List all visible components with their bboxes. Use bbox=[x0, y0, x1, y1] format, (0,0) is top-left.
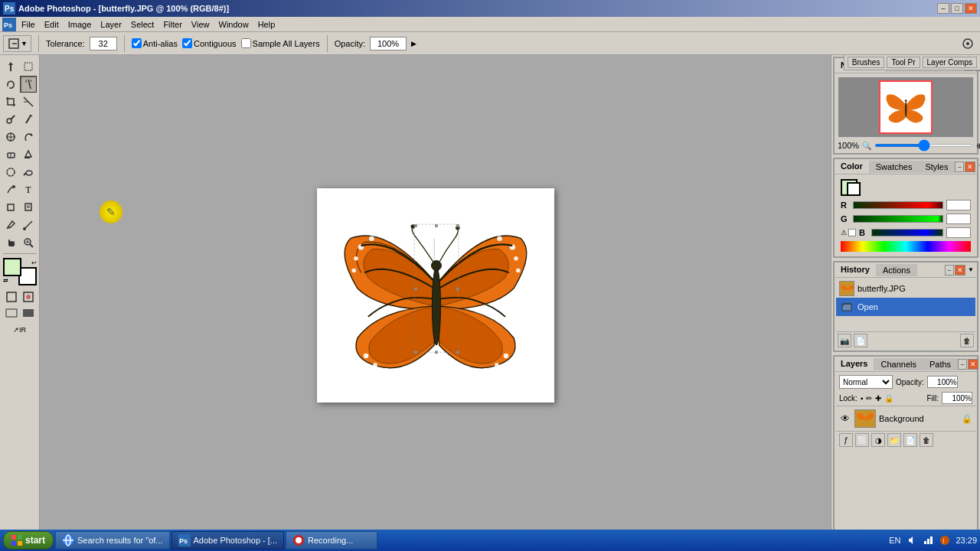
new-snapshot-btn[interactable]: 📷 bbox=[838, 334, 851, 347]
history-item-open[interactable]: Open bbox=[836, 298, 975, 316]
menu-window[interactable]: Window bbox=[214, 18, 253, 31]
color-expand-btn[interactable]: ▼ bbox=[976, 162, 980, 171]
minimize-button[interactable]: – bbox=[937, 3, 949, 14]
color-spectrum-bar[interactable] bbox=[841, 241, 971, 252]
navigator-zoom-slider[interactable] bbox=[874, 144, 973, 147]
systray-network-icon[interactable] bbox=[922, 534, 934, 546]
foreground-color-swatch[interactable] bbox=[3, 258, 21, 276]
layer-comps-panel-btn[interactable]: Layer Comps bbox=[923, 57, 977, 68]
taskbar-item-photoshop[interactable]: Ps Adobe Photoshop - [... bbox=[172, 531, 284, 549]
new-layer-btn[interactable]: 📄 bbox=[903, 433, 917, 447]
tool-select-btn[interactable]: ▼ bbox=[3, 35, 31, 52]
zoom-in-icon[interactable]: ⊕ bbox=[976, 142, 980, 150]
history-expand-btn[interactable]: ▼ bbox=[966, 266, 975, 275]
close-button[interactable]: ✕ bbox=[965, 3, 977, 14]
systray-volume-icon[interactable] bbox=[905, 534, 917, 546]
blur-tool[interactable] bbox=[2, 164, 19, 181]
menu-help[interactable]: Help bbox=[253, 18, 280, 31]
opacity-dropdown[interactable]: ▶ bbox=[411, 40, 416, 47]
new-doc-from-state-btn[interactable]: 📄 bbox=[854, 334, 867, 347]
menu-layer[interactable]: Layer bbox=[96, 18, 126, 31]
layers-opacity-input[interactable] bbox=[927, 376, 958, 388]
canvas-area[interactable]: ✎ bbox=[40, 55, 831, 536]
tab-styles[interactable]: Styles bbox=[919, 161, 955, 173]
airbrush-toggle[interactable] bbox=[959, 35, 977, 52]
contiguous-checkbox[interactable]: Contiguous bbox=[182, 38, 237, 48]
delete-state-btn[interactable]: 🗑 bbox=[960, 334, 974, 347]
taskbar-item-ie[interactable]: Search results for "of... bbox=[55, 531, 170, 549]
b-value-input[interactable]: 195 bbox=[946, 227, 971, 238]
b-slider[interactable] bbox=[872, 231, 942, 237]
systray-security-icon[interactable]: ! bbox=[939, 534, 951, 546]
lock-all-icon[interactable]: 🔒 bbox=[884, 394, 893, 403]
layers-close-btn[interactable]: ✕ bbox=[968, 359, 978, 370]
quickmask-btn[interactable] bbox=[21, 289, 36, 305]
history-item-butterfly[interactable]: butterfly.JPG bbox=[836, 279, 975, 298]
marquee-tool[interactable] bbox=[20, 58, 37, 75]
hand-tool[interactable] bbox=[2, 234, 19, 251]
layer-visibility-eye[interactable]: 👁 bbox=[839, 412, 851, 425]
lock-image-icon[interactable]: ✏ bbox=[866, 394, 872, 403]
blend-mode-select[interactable]: Normal bbox=[839, 375, 893, 389]
lock-transparent-icon[interactable]: ▪ bbox=[861, 394, 864, 403]
swap-colors-icon[interactable]: ⇄ bbox=[3, 277, 8, 284]
lasso-tool[interactable] bbox=[2, 76, 19, 93]
layer-group-btn[interactable]: 📁 bbox=[887, 433, 901, 447]
healing-tool[interactable] bbox=[2, 111, 19, 128]
screen-mode-1[interactable] bbox=[4, 307, 19, 319]
menu-view[interactable]: View bbox=[187, 18, 214, 31]
tab-swatches[interactable]: Swatches bbox=[870, 161, 920, 173]
brushes-panel-btn[interactable]: Brushes bbox=[848, 57, 885, 68]
menu-select[interactable]: Select bbox=[126, 18, 159, 31]
fill-input[interactable] bbox=[942, 392, 972, 404]
tab-actions[interactable]: Actions bbox=[877, 264, 917, 276]
document-canvas[interactable] bbox=[317, 188, 554, 403]
slice-tool[interactable] bbox=[20, 93, 37, 110]
color-bg-swatch[interactable] bbox=[847, 182, 861, 196]
default-colors-icon[interactable]: ↩ bbox=[31, 259, 37, 266]
antialias-checkbox[interactable]: Anti-alias bbox=[132, 38, 178, 48]
menu-image[interactable]: Image bbox=[64, 18, 96, 31]
tool-presets-panel-btn[interactable]: Tool Pr bbox=[887, 57, 920, 68]
layers-minimize-btn[interactable]: – bbox=[958, 359, 967, 370]
standard-mode-btn[interactable] bbox=[4, 289, 19, 305]
zoom-out-icon[interactable]: 🔍 bbox=[862, 142, 871, 150]
tab-color[interactable]: Color bbox=[835, 160, 870, 174]
color-close-btn[interactable]: ✕ bbox=[965, 161, 975, 172]
history-close-btn[interactable]: ✕ bbox=[955, 265, 965, 276]
type-tool[interactable]: T bbox=[20, 181, 37, 198]
zoom-tool[interactable] bbox=[20, 234, 37, 251]
clone-stamp-tool[interactable] bbox=[2, 129, 19, 145]
eyedropper-tool[interactable] bbox=[2, 217, 19, 233]
delete-layer-btn[interactable]: 🗑 bbox=[920, 433, 933, 447]
jump-btn[interactable]: ↗IR bbox=[3, 323, 37, 337]
measure-tool[interactable] bbox=[20, 217, 37, 233]
layer-mask-btn[interactable]: ⬜ bbox=[855, 433, 869, 447]
fill-tool[interactable] bbox=[20, 146, 37, 163]
tab-layers[interactable]: Layers bbox=[835, 357, 874, 371]
crop-tool[interactable] bbox=[2, 93, 19, 110]
layer-item-background[interactable]: 👁 Background 🔒 bbox=[836, 406, 975, 431]
tolerance-input[interactable] bbox=[90, 37, 117, 51]
notes-tool[interactable] bbox=[20, 199, 37, 216]
g-value-input[interactable]: 242 bbox=[946, 214, 971, 224]
tab-history[interactable]: History bbox=[835, 263, 877, 277]
r-slider[interactable] bbox=[854, 204, 942, 210]
menu-edit[interactable]: Edit bbox=[40, 18, 64, 31]
shape-tool[interactable] bbox=[2, 199, 19, 216]
history-minimize-btn[interactable]: – bbox=[945, 265, 954, 276]
menu-filter[interactable]: Filter bbox=[158, 18, 186, 31]
color-minimize-btn[interactable]: – bbox=[955, 161, 964, 172]
magic-wand-tool[interactable] bbox=[20, 76, 37, 93]
start-button[interactable]: start bbox=[3, 531, 54, 549]
sample-all-layers-checkbox[interactable]: Sample All Layers bbox=[241, 38, 320, 48]
eraser-tool[interactable] bbox=[2, 146, 19, 163]
dodge-tool[interactable] bbox=[20, 164, 37, 181]
layer-style-btn[interactable]: ƒ bbox=[839, 433, 853, 447]
brush-tool[interactable] bbox=[20, 111, 37, 128]
tab-channels[interactable]: Channels bbox=[874, 358, 923, 370]
history-brush-tool[interactable] bbox=[20, 129, 37, 145]
layer-adj-btn[interactable]: ◑ bbox=[871, 433, 885, 447]
restore-button[interactable]: □ bbox=[951, 3, 963, 14]
tab-paths[interactable]: Paths bbox=[923, 358, 958, 370]
